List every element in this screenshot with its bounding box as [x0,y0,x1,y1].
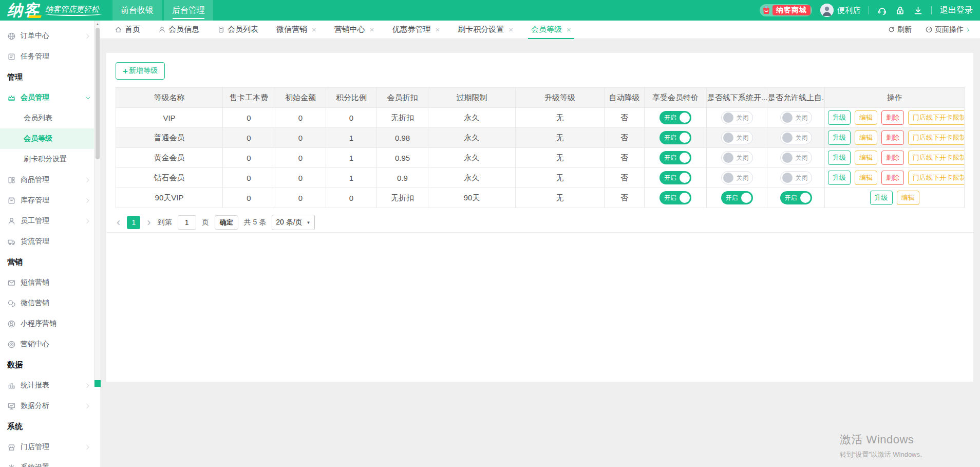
close-icon[interactable]: × [436,25,440,34]
nav-tab-back-manage[interactable]: 后台管理 [164,0,213,21]
edit-button[interactable]: 编辑 [855,130,877,145]
table-cell: 否 [605,168,645,188]
delete-button[interactable]: 删除 [881,151,904,165]
confirm-button[interactable]: 确定 [215,215,238,230]
sidebar-item-miniprogram-marketing[interactable]: 小程序营销 [0,313,100,334]
edit-button[interactable]: 编辑 [855,151,877,165]
upgrade-button[interactable]: 升级 [828,130,851,145]
tab-marketing-center[interactable]: 营销中心× [334,21,374,39]
sidebar-item-label: 会员管理 [21,93,49,102]
sidebar-subitem-card-points-setting[interactable]: 刷卡积分设置 [0,149,100,170]
table-cell: 90天VIP [116,188,223,208]
tab-wechat-marketing[interactable]: 微信营销× [276,21,316,39]
add-level-button[interactable]: + 新增等级 [116,62,165,80]
chevron-right-icon [85,33,91,39]
chevron-down-icon [85,95,91,101]
offline-open-toggle[interactable]: 关闭 [721,171,753,184]
customer-service-icon[interactable] [877,6,887,15]
goto-page-input[interactable] [178,215,196,230]
offline-open-toggle[interactable]: 关闭 [721,111,753,124]
close-icon[interactable]: × [508,25,513,34]
store-card-limit-button[interactable]: 门店线下开卡限制 [908,151,965,165]
tab-member-info[interactable]: 会员信息 [158,21,199,39]
sidebar-item-sms-marketing[interactable]: 短信营销 [0,272,100,293]
page-operations-button[interactable]: 页面操作 [925,25,971,34]
sidebar-item-logistics-mgmt[interactable]: 货流管理 [0,231,100,252]
sidebar-item-task-mgmt[interactable]: 任务管理 [0,46,100,67]
current-page-button[interactable]: 1 [127,216,140,229]
next-page-button[interactable]: › [146,217,152,228]
online-auto-toggle[interactable]: 关闭 [780,151,812,164]
upgrade-button[interactable]: 升级 [870,191,893,205]
scroll-bottom-corner[interactable] [95,380,101,387]
table-cell: 1 [326,128,377,148]
sidebar-scrollbar[interactable]: ▲ [94,21,100,387]
member-special-toggle[interactable]: 开启 [659,151,691,164]
upgrade-button[interactable]: 升级 [828,171,851,185]
member-special-toggle[interactable]: 开启 [659,171,691,184]
upgrade-button[interactable]: 升级 [828,110,851,125]
tab-member-list[interactable]: 会员列表 [217,21,258,39]
store-account[interactable]: 便利店 [820,4,860,17]
edit-button[interactable]: 编辑 [855,171,877,185]
member-special-toggle[interactable]: 开启 [659,131,691,144]
delete-button[interactable]: 删除 [881,171,904,185]
sidebar-item-wechat-marketing[interactable]: 微信营销 [0,293,100,313]
tasks-icon [7,52,16,61]
delete-button[interactable]: 删除 [881,130,904,145]
sidebar-item-marketing-center[interactable]: 营销中心 [0,334,100,354]
sidebar-item-store-mgmt[interactable]: 门店管理 [0,437,100,457]
sidebar-item-goods-mgmt[interactable]: 商品管理 [0,170,100,190]
store-card-limit-button[interactable]: 门店线下开卡限制 [908,171,965,185]
member-special-toggle[interactable]: 开启 [659,191,691,204]
sidebar-subitem-member-level[interactable]: 会员等级 [0,128,100,149]
offline-open-toggle[interactable]: 关闭 [721,131,753,144]
tab-coupon-mgmt[interactable]: 优惠券管理× [392,21,440,39]
online-auto-toggle[interactable]: 关闭 [780,131,812,144]
sidebar-item-inventory-mgmt[interactable]: 库存管理 [0,190,100,211]
sidebar-subitem-member-list[interactable]: 会员列表 [0,108,100,128]
member-special-toggle[interactable]: 开启 [659,111,691,124]
online-auto-toggle[interactable]: 关闭 [780,111,812,124]
refresh-button[interactable]: 刷新 [888,25,912,34]
offline-open-toggle[interactable]: 开启 [721,191,753,204]
scroll-up-arrow[interactable]: ▲ [95,21,101,27]
chevron-right-icon [85,177,91,183]
page-size-select[interactable]: 20 条/页 ▼ [272,215,314,230]
sidebar-item-member-mgmt[interactable]: 会员管理 [0,87,100,108]
content-area: + 新增等级 等级名称售卡工本费初始金额积分比例会员折扣过期限制升级等级自动降级… [100,39,980,467]
tab-home[interactable]: 首页 [115,21,140,39]
delete-button[interactable]: 删除 [881,110,904,125]
pagination: ‹ 1 › 到第 页 确定 共 5 条 20 条/页 ▼ [116,215,964,230]
online-auto-toggle[interactable]: 关闭 [780,171,812,184]
sidebar-item-staff-mgmt[interactable]: 员工管理 [0,211,100,231]
close-icon[interactable]: × [370,25,374,34]
sidebar-item-system-settings[interactable]: 系统设置 [0,457,100,467]
lock-icon[interactable] [895,6,905,15]
store-card-limit-button[interactable]: 门店线下开卡限制 [908,130,965,145]
close-icon[interactable]: × [312,25,316,34]
nav-tab-front-cashier[interactable]: 前台收银 [112,0,162,21]
tab-member-level[interactable]: 会员等级× [531,21,571,39]
close-icon[interactable]: × [567,25,571,34]
online-auto-toggle[interactable]: 开启 [780,191,812,204]
edit-button[interactable]: 编辑 [855,110,877,125]
tab-card-points-setting[interactable]: 刷卡积分设置× [458,21,513,39]
sidebar-item-stats-report[interactable]: 统计报表 [0,375,100,396]
prev-page-button[interactable]: ‹ [116,217,121,228]
upgrade-button[interactable]: 升级 [828,151,851,165]
mall-badge-button[interactable]: 纳客商城 [760,4,812,16]
edit-button[interactable]: 编辑 [897,191,919,205]
scrollbar-thumb[interactable] [96,28,100,159]
brand-logo[interactable]: 纳客 纳客管店更轻松 [7,1,99,20]
table-cell: 0 [275,168,326,188]
table-cell: 关闭 [767,128,825,148]
offline-open-toggle[interactable]: 关闭 [721,151,753,164]
logout-button[interactable]: 退出登录 [940,5,973,16]
sidebar-item-data-analysis[interactable]: 数据分析 [0,396,100,416]
store-card-limit-button[interactable]: 门店线下开卡限制 [908,110,965,125]
table-cell: 永久 [428,148,516,168]
table-cell: 0 [223,168,275,188]
download-icon[interactable] [913,6,923,15]
sidebar-item-order-center[interactable]: 订单中心 [0,26,100,46]
